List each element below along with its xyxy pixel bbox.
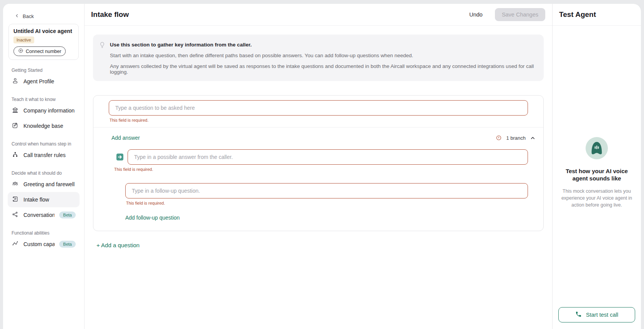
main-body: Use this section to gather key informati… — [85, 26, 552, 249]
warning-icon — [496, 135, 502, 141]
followup-group: This field is required. Add follow-up qu… — [125, 183, 528, 221]
sidebar-item-call-transfer-rules[interactable]: Call transfer rules — [8, 147, 80, 163]
sidebar-item-greeting-and-farewell[interactable]: Greeting and farewell — [8, 177, 80, 192]
question-card: This field is required. Add answer 1 bra… — [93, 95, 544, 231]
test-description: This mock conversation lets you experien… — [558, 188, 635, 208]
status-badge: Inactive — [13, 36, 34, 43]
start-test-call-button[interactable]: Start test call — [558, 307, 635, 322]
section-label-getting-started: Getting Started — [12, 68, 76, 73]
hierarchy-icon — [12, 151, 19, 160]
info-line-3: Any answers collected by the virtual age… — [110, 63, 536, 75]
branch-count: 1 branch — [506, 135, 526, 141]
test-agent-title: Test Agent — [559, 10, 596, 19]
chevron-left-icon — [15, 13, 19, 19]
add-question-button[interactable]: + Add a question — [96, 242, 139, 248]
agent-name: Untitled AI voice agent — [13, 28, 74, 34]
chevron-up-icon — [530, 135, 536, 141]
arrow-right-icon — [116, 154, 123, 160]
people-icon — [12, 180, 19, 189]
app-root: Back Untitled AI voice agent Inactive Co… — [0, 0, 644, 329]
test-heading: Test how your AI voice agent sounds like — [558, 168, 635, 182]
add-followup-button[interactable]: Add follow-up question — [125, 215, 180, 221]
sidebar-item-label: Agent Profile — [23, 78, 54, 84]
answer-input[interactable] — [128, 149, 528, 165]
sidebar-item-company-information[interactable]: Company information — [8, 103, 80, 118]
beta-badge: Beta — [59, 212, 76, 218]
plus-circle-icon — [18, 48, 23, 55]
section-label-teach: Teach it what to know — [12, 97, 76, 102]
question-input[interactable] — [109, 100, 528, 116]
info-title: Use this section to gather key informati… — [110, 42, 536, 48]
connect-number-button[interactable]: Connect number — [13, 46, 66, 56]
test-agent-panel: Test Agent Test how your AI voice agent … — [553, 4, 641, 329]
ai-agent-avatar-icon — [586, 137, 608, 159]
sidebar-item-label: Conversational g... — [23, 212, 55, 218]
sidebar-item-label: Knowledge base — [23, 123, 63, 129]
back-label: Back — [23, 13, 34, 19]
sidebar-item-label: Intake flow — [23, 197, 49, 203]
sidebar-item-agent-profile[interactable]: Agent Profile — [8, 74, 80, 89]
undo-button[interactable]: Undo — [467, 11, 485, 18]
test-agent-header: Test Agent — [553, 4, 641, 26]
share-icon — [12, 211, 19, 220]
main-header: Intake flow Undo Save Changes — [85, 4, 552, 26]
sidebar: Back Untitled AI voice agent Inactive Co… — [3, 4, 85, 329]
sidebar-item-intake-flow[interactable]: Intake flow — [8, 192, 80, 207]
agent-card: Untitled AI voice agent Inactive Connect… — [8, 24, 79, 60]
branch-meta: 1 branch — [496, 135, 536, 141]
lightbulb-icon — [98, 40, 106, 75]
answer-row — [116, 149, 528, 165]
connect-number-label: Connect number — [26, 49, 61, 54]
beta-badge: Beta — [59, 241, 76, 248]
save-changes-button[interactable]: Save Changes — [495, 8, 545, 21]
collapse-branch-button[interactable] — [530, 135, 536, 141]
sidebar-item-knowledge-base[interactable]: Knowledge base — [8, 118, 80, 134]
question-section: This field is required. — [93, 96, 543, 127]
test-agent-body: Test how your AI voice agent sounds like… — [553, 26, 641, 329]
sidebar-item-label: Call transfer rules — [23, 152, 66, 158]
section-label-control: Control when humans step in — [12, 141, 76, 147]
followup-input[interactable] — [125, 183, 528, 198]
info-line-2: Start with an intake question, then defi… — [110, 53, 536, 58]
answer-block: This field is required. This field is re… — [93, 141, 543, 231]
info-text: Use this section to gather key informati… — [110, 40, 536, 75]
back-button[interactable]: Back — [3, 4, 84, 20]
bank-icon — [12, 106, 19, 115]
branch-row: Add answer 1 branch — [93, 127, 543, 141]
section-label-functional: Functional abilities — [12, 230, 76, 236]
page-title: Intake flow — [91, 10, 129, 19]
add-answer-button[interactable]: Add answer — [111, 135, 140, 141]
info-box: Use this section to gather key informati… — [93, 35, 544, 81]
sidebar-item-label: Greeting and farewell — [23, 181, 75, 187]
question-error: This field is required. — [110, 118, 528, 122]
sidebar-item-conversational-guidance[interactable]: Conversational g... Beta — [8, 207, 80, 223]
route-icon — [12, 240, 19, 249]
main-panel: Intake flow Undo Save Changes Use this s… — [85, 4, 553, 329]
edit-icon — [12, 122, 19, 131]
section-label-decide: Decide what it should do — [12, 170, 76, 176]
phone-icon — [575, 311, 582, 319]
person-icon — [12, 77, 19, 86]
answer-error: This field is required. — [114, 167, 528, 172]
sidebar-item-label: Company information — [23, 107, 75, 114]
script-icon — [12, 195, 19, 204]
sidebar-item-custom-capabilities[interactable]: Custom capabili... Beta — [8, 236, 80, 252]
start-test-call-label: Start test call — [586, 312, 618, 318]
sidebar-item-label: Custom capabili... — [23, 241, 55, 247]
followup-error: This field is required. — [126, 201, 528, 205]
